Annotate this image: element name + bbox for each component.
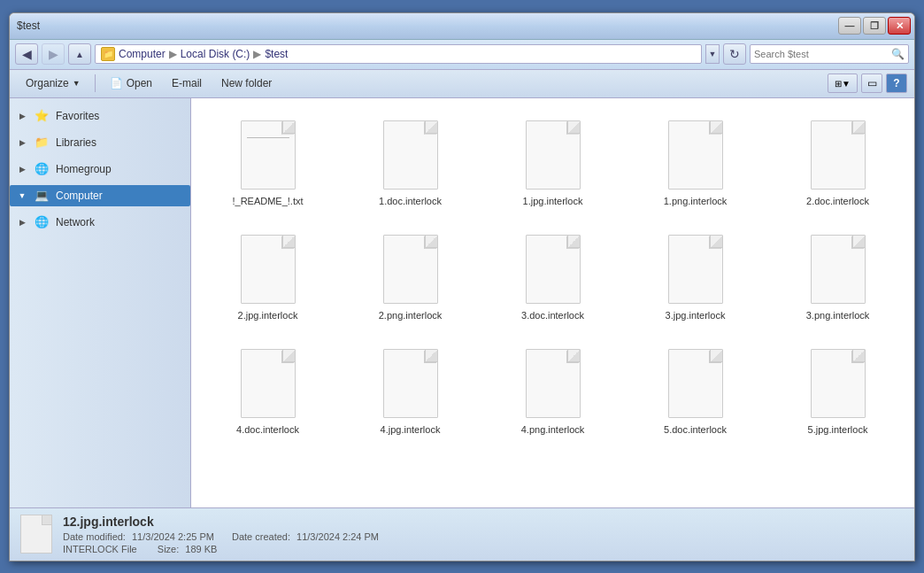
file-page-fold: [852, 121, 865, 134]
file-item[interactable]: 3.doc.interlock: [485, 221, 620, 329]
file-icon: [665, 114, 727, 190]
file-page-fold: [852, 236, 865, 248]
close-button[interactable]: ✕: [888, 17, 911, 35]
sidebar-section-favorites: ▶ Favorites: [10, 105, 190, 127]
sidebar-label-favorites: Favorites: [56, 110, 99, 122]
sidebar-item-homegroup[interactable]: ▶ Homegroup: [10, 159, 190, 180]
file-item[interactable]: 5.doc.interlock: [628, 336, 763, 443]
file-page-fold: [852, 350, 865, 362]
window-title: $test: [17, 19, 40, 32]
file-icon: [237, 343, 299, 418]
sidebar-item-computer[interactable]: ▼ Computer: [10, 185, 190, 206]
file-page-fold: [425, 236, 437, 248]
file-label: 4.doc.interlock: [236, 423, 299, 436]
homegroup-icon: [33, 162, 50, 176]
sidebar: ▶ Favorites ▶ Libraries ▶ Homegroup: [10, 98, 191, 507]
file-item[interactable]: 1.png.interlock: [628, 107, 763, 214]
file-page-shape: [241, 349, 296, 418]
view-options-button[interactable]: ⊞▼: [828, 74, 858, 93]
file-page-shape: [383, 349, 438, 418]
computer-icon: [33, 189, 50, 203]
email-label: E-mail: [172, 77, 202, 89]
file-item[interactable]: !_README_!.txt: [200, 107, 335, 214]
organize-label: Organize: [26, 77, 69, 89]
up-button[interactable]: ▲: [68, 43, 91, 65]
sidebar-label-computer: Computer: [56, 190, 103, 202]
path-segment-1: Computer: [119, 48, 166, 60]
file-page-fold: [425, 350, 437, 362]
expand-icon-network: ▶: [17, 217, 27, 228]
file-label: 5.doc.interlock: [664, 423, 727, 436]
file-page-fold: [710, 236, 722, 248]
file-grid: !_README_!.txt1.doc.interlock1.jpg.inter…: [200, 107, 905, 444]
open-button[interactable]: 📄 Open: [101, 73, 161, 94]
file-label: !_README_!.txt: [232, 195, 303, 207]
file-icon: [237, 114, 299, 190]
organize-dropdown-icon: ▼: [73, 79, 81, 88]
path-segment-3: $test: [265, 48, 288, 60]
file-page-fold: [710, 121, 722, 134]
file-label: 1.png.interlock: [664, 195, 728, 207]
minimize-button[interactable]: —: [838, 17, 861, 35]
file-item[interactable]: 1.doc.interlock: [343, 107, 478, 214]
file-icon: [522, 343, 584, 418]
sidebar-item-network[interactable]: ▶ Network: [10, 212, 190, 233]
address-dropdown[interactable]: ▼: [705, 44, 720, 64]
file-page-fold: [567, 350, 580, 362]
file-item[interactable]: 4.doc.interlock: [200, 336, 335, 443]
file-item[interactable]: 2.doc.interlock: [770, 107, 905, 214]
sidebar-label-homegroup: Homegroup: [56, 163, 112, 175]
search-input[interactable]: [754, 49, 888, 59]
status-bar: 12.jpg.interlock Date modified: 11/3/202…: [10, 507, 914, 561]
email-button[interactable]: E-mail: [163, 73, 211, 94]
file-area[interactable]: !_README_!.txt1.doc.interlock1.jpg.inter…: [191, 98, 914, 507]
file-item[interactable]: 1.jpg.interlock: [485, 107, 620, 214]
file-item[interactable]: 2.jpg.interlock: [200, 221, 335, 329]
address-bar: ◀ ▶ ▲ 📁 Computer ▶ Local Disk (C:) ▶ $te…: [10, 40, 914, 70]
file-item[interactable]: 3.jpg.interlock: [628, 221, 763, 329]
file-page-shape: [526, 349, 581, 418]
file-page-fold: [567, 236, 580, 248]
file-item[interactable]: 4.png.interlock: [485, 336, 620, 443]
file-label: 3.doc.interlock: [521, 309, 584, 321]
file-icon: [807, 228, 869, 304]
file-item[interactable]: 5.jpg.interlock: [770, 336, 905, 443]
address-path[interactable]: 📁 Computer ▶ Local Disk (C:) ▶ $test: [95, 44, 702, 64]
help-button[interactable]: ?: [886, 74, 907, 93]
sidebar-item-libraries[interactable]: ▶ Libraries: [10, 132, 190, 153]
file-page-shape: [668, 235, 723, 304]
file-label: 4.png.interlock: [521, 423, 585, 436]
sidebar-section-network: ▶ Network: [10, 212, 190, 233]
expand-icon-computer: ▼: [17, 190, 27, 201]
preview-pane-button[interactable]: ▭: [861, 74, 882, 93]
file-icon: [380, 114, 442, 190]
file-page-fold: [710, 350, 722, 362]
sidebar-item-favorites[interactable]: ▶ Favorites: [10, 105, 190, 127]
refresh-button[interactable]: ↻: [723, 43, 746, 65]
toolbar: Organize ▼ 📄 Open E-mail New folder ⊞▼ ▭…: [10, 70, 914, 98]
new-folder-button[interactable]: New folder: [212, 73, 281, 94]
sidebar-section-libraries: ▶ Libraries: [10, 132, 190, 153]
file-page-shape: [383, 120, 438, 190]
file-item[interactable]: 2.png.interlock: [343, 221, 478, 329]
file-icon: [665, 228, 727, 304]
sidebar-label-libraries: Libraries: [56, 136, 96, 149]
network-icon: [33, 215, 50, 229]
organize-button[interactable]: Organize ▼: [17, 73, 89, 94]
file-page-shape: [811, 120, 866, 190]
search-box[interactable]: 🔍: [750, 44, 909, 64]
forward-button[interactable]: ▶: [42, 43, 65, 65]
file-item[interactable]: 3.png.interlock: [770, 221, 905, 329]
maximize-button[interactable]: ❐: [863, 17, 886, 35]
file-label: 1.doc.interlock: [379, 195, 442, 207]
file-icon: [665, 343, 727, 418]
sidebar-section-computer: ▼ Computer: [10, 185, 190, 206]
file-label: 3.jpg.interlock: [666, 309, 726, 321]
file-item[interactable]: 4.jpg.interlock: [343, 336, 478, 443]
back-button[interactable]: ◀: [15, 43, 38, 65]
status-filename: 12.jpg.interlock: [63, 515, 904, 529]
file-icon: [237, 228, 299, 304]
toolbar-right: ⊞▼ ▭ ?: [828, 74, 907, 93]
title-bar: $test — ❐ ✕: [10, 13, 914, 40]
file-icon: [380, 343, 442, 418]
